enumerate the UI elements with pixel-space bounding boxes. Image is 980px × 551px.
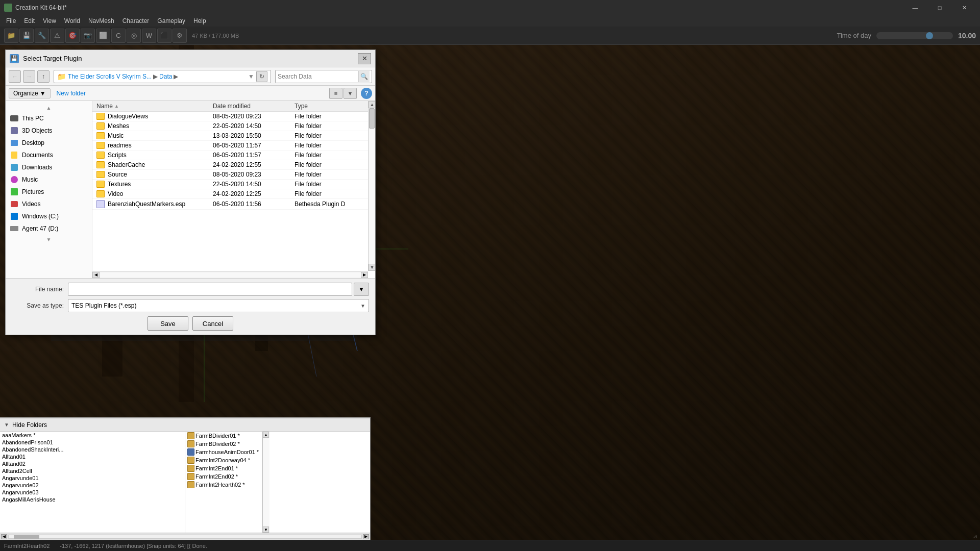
breadcrumb-current[interactable]: Data [159,73,172,80]
nav-item-this-pc[interactable]: This PC [6,112,92,124]
file-row-1[interactable]: Meshes 22-05-2020 14:50 File folder [92,121,375,131]
dialog-title: Select Target Plugin [23,55,358,62]
menu-view[interactable]: View [39,15,60,27]
file-list-scrollbar[interactable]: ▲ ▼ [368,101,375,271]
save-type-select[interactable]: TES Plugin Files (*.esp) ▼ [68,299,369,312]
cell-col1-scrollbar[interactable]: ▲ ▼ [262,432,270,533]
file-row-3[interactable]: readmes 06-05-2020 11:57 File folder [92,141,375,151]
nav-item-videos[interactable]: Videos [6,198,92,210]
file-date-4: 06-05-2020 11:57 [213,152,295,159]
search-button[interactable]: 🔍 [358,71,370,82]
cell-item-abandonedshack[interactable]: AbandonedShackInteri... [0,446,185,453]
hscroll-left[interactable]: ◀ [92,272,100,278]
help-button[interactable]: ? [361,88,372,99]
menu-file[interactable]: File [2,15,20,27]
file-row-5[interactable]: ShaderCache 24-02-2020 12:55 File folder [92,160,375,170]
file-name-7: Textures [96,181,213,188]
file-row-8[interactable]: Video 24-02-2020 12:25 File folder [92,189,375,199]
save-button[interactable]: Save [148,316,188,331]
hide-folders-header[interactable]: ▼ Hide Folders [0,418,370,432]
breadcrumb[interactable]: 📁 The Elder Scrolls V Skyrim S... ▶ Data… [54,70,271,83]
cell-hscrollbar[interactable]: ◀ ▶ [0,533,370,540]
nav-item-agent-d[interactable]: Agent 47 (D:) [6,222,92,235]
file-name-dropdown[interactable]: ▼ [354,283,369,296]
cell-item-angasmill[interactable]: AngasMillAerisHouse [0,496,185,503]
menu-character[interactable]: Character [118,15,154,27]
nav-item-documents[interactable]: Documents [6,149,92,161]
menu-help[interactable]: Help [189,15,210,27]
cell-col1-down[interactable]: ▼ [263,527,269,533]
file-name-6: Source [96,171,213,178]
cell-item-farmbdivider02[interactable]: FarmBDivider02 * [185,440,370,448]
cell-col1-up[interactable]: ▲ [263,432,269,438]
file-name-input[interactable] [68,283,352,296]
file-row-0[interactable]: DialogueViews 08-05-2020 09:23 File fold… [92,112,375,121]
file-row-2[interactable]: Music 13-03-2020 15:50 File folder [92,131,375,141]
cell-item-farmhouseanim[interactable]: FarmhouseAnimDoor01 * [185,448,370,456]
cell-item-farmint2doorway[interactable]: FarmInt2Doorway04 * [185,456,370,464]
desktop-icon [10,138,19,147]
nav-item-windows-c[interactable]: Windows (C:) [6,210,92,222]
cell-item-alltand2cell[interactable]: Alltand2Cell [0,467,185,474]
nav-item-pictures[interactable]: Pictures [6,186,92,198]
folder-icon-3 [96,142,105,149]
menu-world[interactable]: World [60,15,84,27]
nav-scroll-down[interactable]: ▼ [6,235,92,244]
scroll-up-button[interactable]: ▲ [369,101,375,108]
file-name-5: ShaderCache [96,161,213,168]
menu-gameplay[interactable]: Gameplay [153,15,189,27]
col-date-header[interactable]: Date modified [213,103,295,110]
cell-scroll-right[interactable]: ▶ [363,534,369,539]
nav-item-3d-objects[interactable]: 3D Objects [6,124,92,137]
menu-edit[interactable]: Edit [20,15,39,27]
cell-item-angarvunde03[interactable]: Angarvunde03 [0,489,185,496]
hscroll-right[interactable]: ▶ [361,272,368,278]
close-button[interactable]: ✕ [952,0,976,15]
file-row-4[interactable]: Scripts 06-05-2020 11:57 File folder [92,151,375,160]
nav-item-desktop[interactable]: Desktop [6,137,92,149]
view-list-button[interactable]: ≡ [329,88,342,99]
cell-item-angarvunde02[interactable]: Angarvunde02 [0,482,185,489]
file-row-6[interactable]: Source 08-05-2020 09:23 File folder [92,170,375,180]
cell-item-alltand02[interactable]: Alltand02 [0,460,185,467]
nav-scroll-up[interactable]: ▲ [6,103,92,112]
nav-item-music[interactable]: Music [6,173,92,186]
minimize-button[interactable]: — [903,0,927,15]
hscroll-track [100,272,361,278]
col-type-header[interactable]: Type [295,103,356,110]
dialog-close-button[interactable]: ✕ [358,53,371,64]
menu-navmesh[interactable]: NavMesh [84,15,118,27]
nav-item-downloads[interactable]: Downloads [6,161,92,173]
view-expand-button[interactable]: ▼ [344,88,357,99]
new-folder-button[interactable]: New folder [55,89,88,98]
nav-refresh-button[interactable]: ↻ [256,71,267,82]
col-name-header[interactable]: Name ▲ [96,103,213,110]
cell-item-alltand01[interactable]: Alltand01 [0,453,185,460]
file-row-9[interactable]: BarenziahQuestMarkers.esp 06-05-2020 11:… [92,199,375,210]
file-list-hscrollbar[interactable]: ◀ ▶ [92,271,368,278]
cell-item-abandonedprison[interactable]: AbandonedPrison01 [0,439,185,446]
scroll-down-button[interactable]: ▼ [369,264,375,271]
maximize-button[interactable]: □ [928,0,951,15]
scroll-thumb[interactable] [369,108,375,129]
cell-item-farmint2end01[interactable]: FarmInt2End01 * [185,464,370,472]
search-input[interactable] [278,73,358,80]
cell-item-farmint2hearth[interactable]: FarmInt2Hearth02 * [185,481,370,489]
nav-back-button[interactable]: ← [9,70,21,83]
breadcrumb-root[interactable]: The Elder Scrolls V Skyrim S... [68,73,152,80]
cell-item-farmbdivider01[interactable]: FarmBDivider01 * [185,432,370,440]
cell-item-angarvunde01[interactable]: Angarvunde01 [0,474,185,482]
cell-item-farmint2end02[interactable]: FarmInt2End02 * [185,472,370,481]
cell-item-aaamarkers[interactable]: aaaMarkers * [0,432,185,439]
resize-grip[interactable]: ⊿ [973,534,979,540]
file-name-text-0: DialogueViews [108,113,148,120]
breadcrumb-expand[interactable]: ▼ [248,73,254,80]
cell-scroll-thumb[interactable] [14,535,39,539]
organize-button[interactable]: Organize ▼ [9,88,51,98]
nav-up-button[interactable]: ↑ [37,70,50,83]
file-type-9: Bethesda Plugin D [295,201,356,208]
cancel-button[interactable]: Cancel [192,316,233,331]
cell-scroll-left[interactable]: ◀ [1,534,7,539]
nav-forward-button[interactable]: → [23,70,35,83]
file-row-7[interactable]: Textures 22-05-2020 14:50 File folder [92,180,375,189]
